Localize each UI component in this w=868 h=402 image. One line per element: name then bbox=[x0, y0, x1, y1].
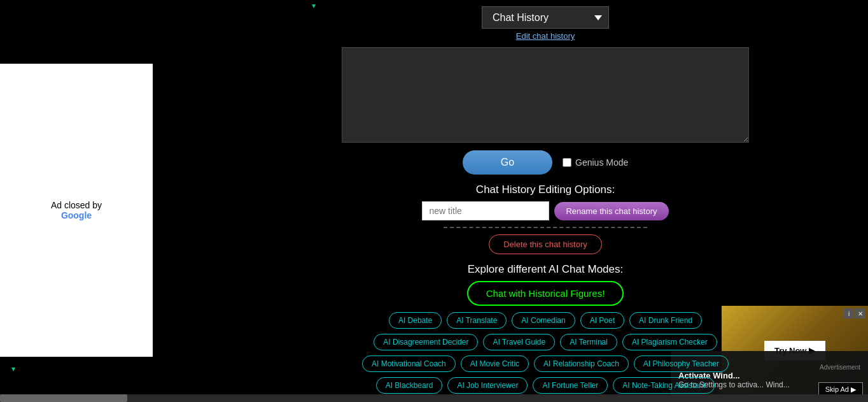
main-content: Chat History Edit chat history Go Genius… bbox=[223, 0, 868, 402]
ai-pill[interactable]: AI Terminal bbox=[560, 334, 617, 350]
ai-pill[interactable]: AI Translate bbox=[447, 312, 507, 329]
genius-mode-label[interactable]: Genius Mode bbox=[563, 157, 628, 168]
ai-pill[interactable]: AI Drunk Friend bbox=[629, 312, 702, 329]
go-row: Go Genius Mode bbox=[463, 150, 629, 175]
ad-closed-text: Ad closed by bbox=[51, 200, 102, 210]
ai-pill[interactable]: AI Disagreement Decider bbox=[374, 334, 478, 350]
scrollbar-thumb[interactable] bbox=[0, 394, 127, 402]
ai-pill[interactable]: AI Plagiarism Checker bbox=[622, 334, 717, 350]
genius-mode-checkbox[interactable] bbox=[563, 158, 571, 167]
google-label: Google bbox=[61, 210, 92, 220]
page-wrapper: ▾ Ad closed by Google ▾ Try Now ▶ i ✕ Ad… bbox=[0, 0, 868, 402]
ai-pill[interactable]: AI Note-Taking Assistant bbox=[613, 377, 715, 394]
editing-options-title: Chat History Editing Options: bbox=[476, 183, 615, 196]
ai-pill[interactable]: AI Poet bbox=[580, 312, 624, 329]
ai-pill[interactable]: AI Philosophy Teacher bbox=[634, 355, 729, 372]
chat-historical-figures-button[interactable]: Chat with Historical Figures! bbox=[467, 281, 624, 306]
dropdown-wrapper: Chat History bbox=[418, 6, 673, 29]
ai-pills-container: AI DebateAI TranslateAI ComedianAI PoetA… bbox=[342, 312, 749, 402]
ai-pill[interactable]: AI Job Interviewer bbox=[447, 377, 528, 394]
delete-button[interactable]: Delete this chat history bbox=[489, 234, 602, 254]
ai-pill[interactable]: AI Debate bbox=[389, 312, 442, 329]
explore-title: Explore different AI Chat Modes: bbox=[468, 263, 623, 276]
chat-textarea[interactable] bbox=[342, 47, 749, 143]
left-ad-panel: Ad closed by Google bbox=[0, 64, 153, 357]
rename-row: Rename this chat history bbox=[422, 201, 668, 220]
ai-pill[interactable]: AI Blackbeard bbox=[376, 377, 443, 394]
new-title-input[interactable] bbox=[422, 201, 549, 220]
chat-history-dropdown[interactable]: Chat History bbox=[482, 6, 609, 29]
ai-pill[interactable]: AI Fortune Teller bbox=[533, 377, 608, 394]
bottom-left-icon: ▾ bbox=[11, 364, 15, 373]
genius-mode-text: Genius Mode bbox=[575, 157, 628, 168]
ai-pill[interactable]: AI Motivational Coach bbox=[362, 355, 456, 372]
edit-chat-history-link[interactable]: Edit chat history bbox=[516, 31, 575, 41]
ai-pill[interactable]: AI Movie Critic bbox=[461, 355, 529, 372]
go-button[interactable]: Go bbox=[463, 150, 552, 175]
bottom-scrollbar[interactable] bbox=[0, 394, 868, 402]
dashed-divider bbox=[444, 227, 647, 228]
rename-button[interactable]: Rename this chat history bbox=[554, 202, 668, 220]
ai-pill[interactable]: AI Travel Guide bbox=[483, 334, 555, 350]
ai-pill[interactable]: AI Comedian bbox=[512, 312, 575, 329]
ai-pill[interactable]: AI Relationship Coach bbox=[534, 355, 629, 372]
